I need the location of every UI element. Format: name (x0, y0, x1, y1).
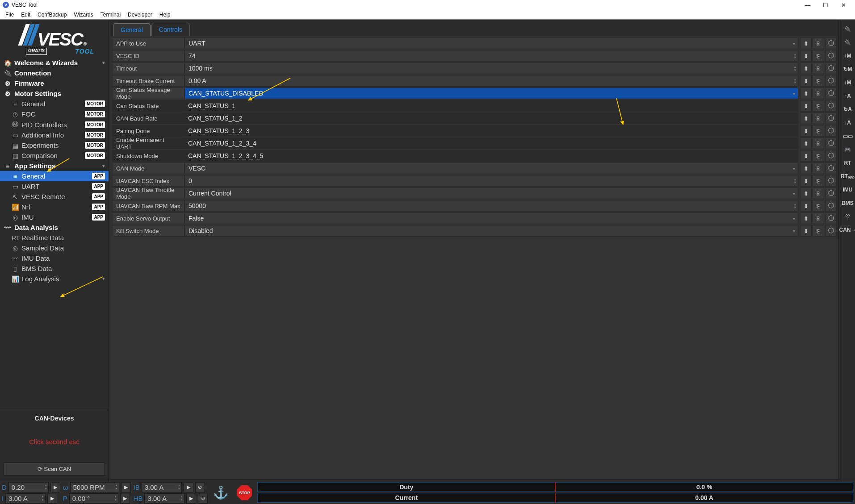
sidebar-item-data-analysis[interactable]: 〰Data Analysis (0, 222, 109, 233)
right-toolbar-button-12[interactable]: IMU (842, 184, 854, 196)
upload-button[interactable]: ⬆ (800, 137, 812, 149)
minimize-button[interactable]: — (799, 2, 817, 8)
upload-button[interactable]: ⬆ (800, 175, 812, 187)
right-toolbar-button-3[interactable]: ↻M (842, 63, 854, 75)
setting-value[interactable]: UART (184, 37, 798, 49)
tab-general[interactable]: General (113, 23, 151, 36)
sidebar-item-log-analysis[interactable]: 📊Log Analysis▾ (0, 274, 109, 284)
setting-value[interactable]: False (184, 212, 798, 224)
setting-value[interactable]: Current Control (184, 187, 798, 199)
copy-button[interactable]: ⎘ (813, 50, 824, 62)
status-w-input[interactable]: 5000 RPM (70, 482, 119, 492)
copy-button[interactable]: ⎘ (813, 162, 824, 174)
upload-button[interactable]: ⬆ (800, 150, 812, 162)
upload-button[interactable]: ⬆ (800, 187, 812, 199)
setting-value[interactable]: 0 (184, 175, 798, 187)
setting-value[interactable]: CAN_STATUS_DISABLED (184, 87, 798, 99)
copy-button[interactable]: ⎘ (813, 112, 824, 124)
close-button[interactable]: ✕ (834, 2, 852, 8)
copy-button[interactable]: ⎘ (813, 175, 824, 187)
info-button[interactable]: ⓘ (825, 62, 837, 74)
upload-button[interactable]: ⬆ (800, 87, 812, 99)
status-d-play-icon[interactable]: ▶ (50, 483, 60, 492)
info-button[interactable]: ⓘ (825, 150, 837, 162)
upload-button[interactable]: ⬆ (800, 212, 812, 224)
status-hb-play-icon[interactable]: ▶ (186, 494, 196, 504)
copy-button[interactable]: ⎘ (813, 200, 824, 212)
menu-file[interactable]: File (2, 12, 17, 18)
stop-button[interactable]: STOP (237, 485, 252, 500)
upload-button[interactable]: ⬆ (800, 62, 812, 74)
status-ib-input[interactable]: 3.00 A (142, 482, 182, 492)
menu-confbackup[interactable]: ConfBackup (34, 12, 70, 18)
info-button[interactable]: ⓘ (825, 200, 837, 212)
setting-value[interactable]: VESC (184, 162, 798, 174)
copy-button[interactable]: ⎘ (813, 62, 824, 74)
sidebar-item-uart[interactable]: ▭UARTAPP (0, 181, 109, 192)
copy-button[interactable]: ⎘ (813, 137, 824, 149)
sidebar-item-nrf[interactable]: 📶NrfAPP (0, 202, 109, 212)
info-button[interactable]: ⓘ (825, 137, 837, 149)
info-button[interactable]: ⓘ (825, 112, 837, 124)
scan-can-button[interactable]: ⟳ Scan CAN (4, 462, 105, 475)
copy-button[interactable]: ⎘ (813, 125, 824, 137)
copy-button[interactable]: ⎘ (813, 75, 824, 87)
right-toolbar-button-5[interactable]: ↑A (842, 90, 854, 102)
menu-terminal[interactable]: Terminal (97, 12, 124, 18)
menu-wizards[interactable]: Wizards (70, 12, 96, 18)
right-toolbar-button-11[interactable]: RTₐₚₚ (842, 171, 854, 182)
sidebar-item-welcome-wizards[interactable]: 🏠Welcome & Wizards▾ (0, 58, 109, 68)
upload-button[interactable]: ⬆ (800, 112, 812, 124)
right-toolbar-button-4[interactable]: ↓M (842, 77, 854, 88)
right-toolbar-button-15[interactable]: CAN→ (842, 224, 854, 236)
right-toolbar-button-8[interactable]: ▭▭ (842, 130, 854, 142)
status-i-input[interactable]: 3.00 A (5, 493, 46, 504)
sidebar-item-imu-data[interactable]: 〰IMU Data (0, 253, 109, 263)
status-p-play-icon[interactable]: ▶ (120, 494, 130, 504)
menu-help[interactable]: Help (156, 12, 174, 18)
setting-value[interactable]: CAN_STATUS_1_2 (184, 112, 798, 124)
copy-button[interactable]: ⎘ (813, 212, 824, 224)
anchor-icon[interactable]: ⚓ (213, 485, 229, 500)
info-button[interactable]: ⓘ (825, 87, 837, 99)
setting-value[interactable]: 74 (184, 50, 798, 62)
menu-edit[interactable]: Edit (17, 12, 34, 18)
setting-value[interactable]: 50000 (184, 200, 798, 212)
maximize-button[interactable]: ☐ (817, 2, 834, 8)
info-button[interactable]: ⓘ (825, 75, 837, 87)
upload-button[interactable]: ⬆ (800, 75, 812, 87)
setting-value[interactable]: CAN_STATUS_1_2_3_4 (184, 137, 798, 149)
sidebar-item-vesc-remote[interactable]: ↖VESC RemoteAPP (0, 192, 109, 202)
status-ib-play-icon[interactable]: ▶ (184, 483, 193, 492)
sidebar-item-realtime-data[interactable]: RTRealtime Data (0, 233, 109, 243)
setting-value[interactable]: 0.00 A (184, 75, 798, 87)
sidebar-item-general[interactable]: ≡GeneralAPP (0, 171, 109, 181)
status-hb-link-icon[interactable]: ⊘ (198, 494, 208, 504)
sidebar-item-motor-settings[interactable]: ⚙Motor Settings (0, 88, 109, 99)
setting-value[interactable]: CAN_STATUS_1_2_3_4_5 (184, 150, 798, 162)
upload-button[interactable]: ⬆ (800, 162, 812, 174)
right-toolbar-button-1[interactable]: 🔌 (842, 37, 854, 48)
sidebar-item-sampled-data[interactable]: ◎Sampled Data (0, 243, 109, 253)
sidebar-item-app-settings[interactable]: ≡App Settings▾ (0, 161, 109, 171)
info-button[interactable]: ⓘ (825, 175, 837, 187)
sidebar-item-firmware[interactable]: ⚙Firmware (0, 78, 109, 88)
status-w-play-icon[interactable]: ▶ (121, 483, 131, 492)
status-i-play-icon[interactable]: ▶ (47, 494, 57, 504)
info-button[interactable]: ⓘ (825, 162, 837, 174)
copy-button[interactable]: ⎘ (813, 150, 824, 162)
upload-button[interactable]: ⬆ (800, 37, 812, 49)
status-p-input[interactable]: 0.00 ° (69, 493, 118, 504)
status-ib-link-icon[interactable]: ⊘ (195, 483, 205, 492)
right-toolbar-button-6[interactable]: ↻A (842, 104, 854, 115)
sidebar-item-imu[interactable]: ◎IMUAPP (0, 212, 109, 222)
info-button[interactable]: ⓘ (825, 212, 837, 224)
upload-button[interactable]: ⬆ (800, 50, 812, 62)
info-button[interactable]: ⓘ (825, 100, 837, 112)
right-toolbar-button-7[interactable]: ↓A (842, 117, 854, 129)
status-d-input[interactable]: 0.20 (8, 482, 49, 492)
right-toolbar-button-13[interactable]: BMS (842, 197, 854, 209)
info-button[interactable]: ⓘ (825, 125, 837, 137)
sidebar-item-comparison[interactable]: ▦ComparisonMOTOR (0, 150, 109, 161)
copy-button[interactable]: ⎘ (813, 187, 824, 199)
